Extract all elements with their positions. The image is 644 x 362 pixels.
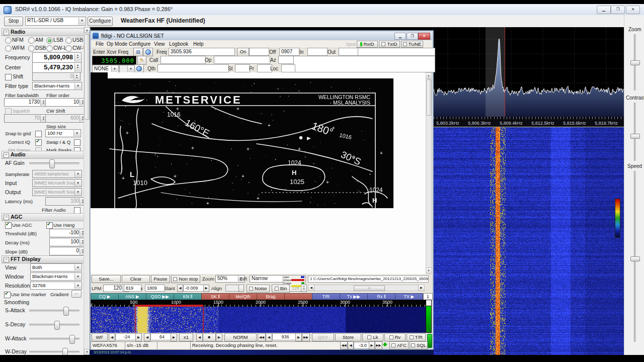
in-field[interactable] xyxy=(307,48,328,56)
macro-button-tr[interactable]: T/R xyxy=(312,293,340,300)
spinner-arrows-icon[interactable] xyxy=(74,53,80,62)
mode-radio-wfm[interactable] xyxy=(5,45,12,52)
scroll-down-icon[interactable]: ▼ xyxy=(426,267,431,274)
mode-radio-lsb[interactable] xyxy=(46,37,53,44)
macro-button-meqth[interactable]: Me/Qth xyxy=(229,293,257,300)
txrx-toggle[interactable]: T/R xyxy=(407,333,426,341)
non-stop-toggle[interactable]: Non stop xyxy=(171,275,200,283)
log-book-icon[interactable]: ▤ xyxy=(133,48,143,56)
align-mini-button[interactable] xyxy=(238,285,244,292)
macro-button-brag[interactable]: Brag xyxy=(257,293,285,300)
gain-up-icon[interactable]: ▶ xyxy=(135,333,142,341)
wf-speed-button[interactable]: NORM xyxy=(224,333,257,341)
image-file-field[interactable]: 1 C:/Users/Carl/fldigi.files/images/wefa… xyxy=(308,276,429,283)
contrast-slider[interactable] xyxy=(634,103,636,161)
fldigi-minimize-button[interactable]: ▁ xyxy=(394,33,406,40)
carrier-down-icon[interactable]: ◀ xyxy=(266,333,272,341)
agc-panel-header[interactable]: −AGC xyxy=(2,213,91,221)
slant-right-icon[interactable]: ▶ xyxy=(203,285,209,292)
offset-fast-up-icon[interactable]: ▶▶ xyxy=(375,341,382,349)
speed-slider-thumb[interactable] xyxy=(630,256,640,261)
az-field[interactable] xyxy=(278,56,294,64)
swap-iq-checkbox[interactable] xyxy=(74,139,80,146)
rx-scrollbar[interactable]: ▲ ▼ xyxy=(426,72,432,274)
menu-configure[interactable]: Configure xyxy=(126,41,153,47)
menu-view[interactable]: View xyxy=(151,41,168,47)
af-gain-slider[interactable] xyxy=(29,162,79,164)
gain-down-icon[interactable]: ◀ xyxy=(109,333,115,341)
qsy-button[interactable]: QSY xyxy=(312,333,334,341)
sql-toggle[interactable]: SQL xyxy=(410,341,428,349)
st-field[interactable] xyxy=(235,64,250,72)
fldigi-titlebar[interactable]: fldigi - NO CALLSIGN SET ▁ ❐ ✕ xyxy=(91,32,432,41)
on-field[interactable] xyxy=(249,48,269,56)
use-hang-checkbox[interactable] xyxy=(46,222,53,229)
fft-panel-header[interactable]: −FFT Display xyxy=(2,255,91,263)
zoom-slider-thumb[interactable] xyxy=(630,60,640,65)
bin-toggle[interactable]: Bin xyxy=(272,285,290,293)
fft-window-select[interactable]: Blackman-Harris xyxy=(30,273,82,281)
rxid-button[interactable]: RxID xyxy=(357,41,378,48)
cw-shift-input[interactable]: 600 xyxy=(45,114,87,123)
main-waterfall[interactable] xyxy=(434,127,624,355)
use-agc-checkbox[interactable] xyxy=(5,222,12,229)
squelch-input[interactable]: 70 xyxy=(4,114,47,123)
off-field[interactable]: 0907 xyxy=(279,48,299,56)
scrollbar-thumb[interactable] xyxy=(85,34,90,120)
macro-button-cq[interactable]: CQ ▶ xyxy=(91,293,119,300)
carrier-up-icon[interactable]: ▶ xyxy=(295,333,302,341)
configure-button[interactable]: Configure xyxy=(88,17,113,26)
macro-button-sk[interactable]: SK ‖ xyxy=(201,293,229,300)
clear-button[interactable]: Clear xyxy=(122,275,150,283)
status-mode[interactable]: WEFAX576 xyxy=(91,341,127,350)
scroll-up-icon[interactable]: ▲ xyxy=(426,73,431,79)
out-field[interactable] xyxy=(339,48,359,56)
s-decay-slider[interactable] xyxy=(29,324,79,326)
device-select[interactable]: RTL-SDR / USB xyxy=(25,17,86,26)
menu-logbook[interactable]: Logbook xyxy=(167,41,191,47)
collapse-icon[interactable]: − xyxy=(4,152,9,158)
frequency-scale-bar[interactable]: 5,803.2kHz 5,806.3kHz 5,809.4kHz 5,812.5… xyxy=(434,117,624,127)
mode-radio-nfm[interactable] xyxy=(5,37,12,44)
stop-button[interactable]: Stop xyxy=(4,17,23,26)
tuning-line[interactable] xyxy=(505,27,505,127)
rig-mode-select[interactable] xyxy=(119,65,135,73)
macro-button-empty[interactable] xyxy=(284,293,312,300)
collapse-icon[interactable]: − xyxy=(4,30,9,35)
carrier-fast-down-icon[interactable]: ◀◀ xyxy=(258,333,266,341)
scrollbar-thumb[interactable] xyxy=(427,79,432,116)
w-decay-slider[interactable] xyxy=(29,351,79,353)
snap-checkbox[interactable] xyxy=(35,131,42,137)
fldigi-restore-button[interactable]: ❐ xyxy=(407,33,418,40)
collapse-icon[interactable]: − xyxy=(4,257,9,262)
macro-button-qso[interactable]: QSO ▶▶ xyxy=(146,293,174,300)
wf-zoom-button[interactable]: x1 xyxy=(179,333,193,341)
store-button[interactable]: Store xyxy=(335,333,361,341)
noise-toggle[interactable]: Noise xyxy=(247,285,270,293)
fldigi-close-button[interactable]: ✕ xyxy=(418,33,430,40)
audio-panel-header[interactable]: −Audio xyxy=(2,151,91,159)
s-attack-slider[interactable] xyxy=(29,310,79,312)
notes-field-top[interactable] xyxy=(358,48,435,56)
wf-fft-toggle[interactable]: WF xyxy=(92,333,108,341)
scroll-left-icon[interactable]: ◀ xyxy=(308,285,314,291)
globe-icon[interactable] xyxy=(143,48,153,56)
slope-input[interactable]: 0 xyxy=(49,247,87,255)
macro-set-indicator[interactable]: 1 xyxy=(423,293,433,300)
mode-radio-am[interactable] xyxy=(28,37,35,44)
mode-radio-cwl[interactable] xyxy=(46,45,53,52)
qsy-globe-icon[interactable] xyxy=(134,64,144,73)
zoom-slider[interactable] xyxy=(634,34,636,90)
center-input[interactable]: 5,479,230 xyxy=(32,62,82,73)
bin-size-spinner[interactable]: ▲▼ xyxy=(301,285,307,292)
slant-left-icon[interactable]: ◀ xyxy=(177,285,183,292)
restore-button[interactable]: ❐ xyxy=(611,6,625,14)
image-width-field[interactable]: 819 xyxy=(124,285,142,292)
decay-input[interactable]: 100 xyxy=(49,238,87,246)
time-marker-checkbox[interactable] xyxy=(4,292,11,298)
rig-select[interactable]: NONE xyxy=(92,65,119,73)
wf-center-icon[interactable]: ■ xyxy=(203,333,216,341)
filter-type-select[interactable]: Blackman-Harris xyxy=(32,82,82,90)
mode-radio-cwu[interactable] xyxy=(65,45,72,52)
w-attack-slider[interactable] xyxy=(29,338,79,340)
